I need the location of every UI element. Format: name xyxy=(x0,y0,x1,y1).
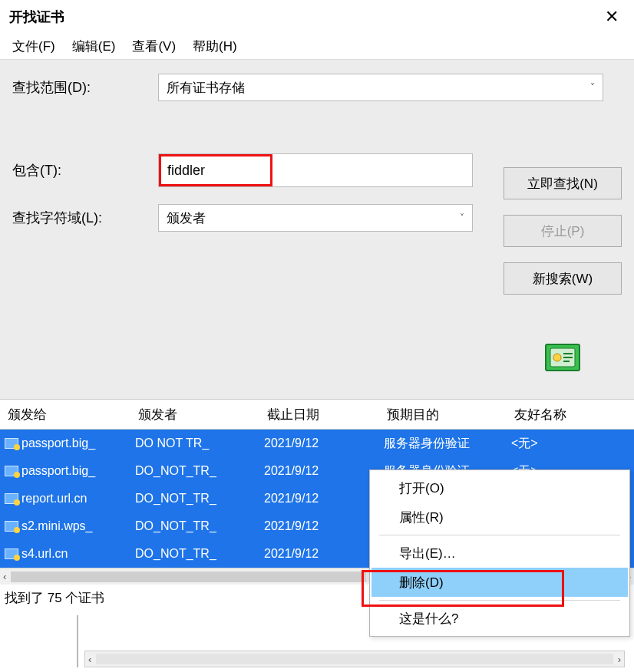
cert-row-icon xyxy=(5,548,18,559)
col-purpose[interactable]: 预期目的 xyxy=(379,406,507,423)
menu-edit[interactable]: 编辑(E) xyxy=(72,38,116,55)
field-combo[interactable]: 颁发者 ˅ xyxy=(158,204,473,232)
divider xyxy=(77,615,78,667)
ctx-whats-this[interactable]: 这是什么? xyxy=(371,604,628,633)
cell-issuer: DO_NOT_TR_ xyxy=(130,547,259,561)
cell-expire: 2021/9/12 xyxy=(259,492,379,506)
cell-expire: 2021/9/12 xyxy=(259,547,379,561)
contains-label: 包含(T): xyxy=(12,161,158,180)
cell-expire: 2021/9/12 xyxy=(259,464,379,478)
cell-issuer: DO NOT TR_ xyxy=(130,436,259,450)
ctx-separator xyxy=(379,535,620,535)
context-menu: 打开(O) 属性(R) 导出(E)… 删除(D) 这是什么? xyxy=(369,469,630,637)
close-button[interactable]: ✕ xyxy=(599,4,625,30)
cert-row-icon xyxy=(5,493,18,504)
certificate-icon xyxy=(545,344,580,371)
svg-point-1 xyxy=(553,354,561,361)
menu-help[interactable]: 帮助(H) xyxy=(193,38,237,55)
cell-issued-to: passport.big_ xyxy=(21,464,95,478)
chevron-down-icon: ˅ xyxy=(590,82,595,93)
cell-issuer: DO_NOT_TR_ xyxy=(130,464,259,478)
scroll-left-icon[interactable]: ‹ xyxy=(3,571,6,582)
window-title: 开找证书 xyxy=(9,8,64,26)
scroll-thumb[interactable] xyxy=(11,572,365,582)
chevron-down-icon: ˅ xyxy=(460,212,464,223)
stop-button[interactable]: 停止(P) xyxy=(504,215,622,247)
menu-view[interactable]: 查看(V) xyxy=(132,38,176,55)
col-issuer[interactable]: 颁发者 xyxy=(130,406,259,423)
ctx-open[interactable]: 打开(O) xyxy=(371,473,628,502)
scope-combo[interactable]: 所有证书存储 ˅ xyxy=(158,74,603,101)
cell-issued-to: report.url.cn xyxy=(21,492,87,506)
cell-issued-to: s4.url.cn xyxy=(21,547,68,561)
scroll-right-icon[interactable]: › xyxy=(618,654,621,665)
lower-hscrollbar[interactable]: ‹ › xyxy=(84,651,625,667)
cell-purpose: 服务器身份验证 xyxy=(379,436,507,452)
cell-issued-to: passport.big_ xyxy=(21,436,95,450)
ctx-export[interactable]: 导出(E)… xyxy=(371,539,628,568)
ctx-properties[interactable]: 属性(R) xyxy=(371,502,628,532)
cert-row-icon xyxy=(5,438,18,449)
table-row[interactable]: passport.big_DO NOT TR_2021/9/12服务器身份验证<… xyxy=(0,430,634,457)
cell-friendly: <无> xyxy=(507,436,619,452)
cell-expire: 2021/9/12 xyxy=(259,519,379,533)
col-issued-to[interactable]: 颁发给 xyxy=(0,406,130,423)
new-search-button[interactable]: 新搜索(W) xyxy=(504,262,622,295)
scope-value: 所有证书存储 xyxy=(167,79,245,97)
col-friendly[interactable]: 友好名称 xyxy=(507,406,619,423)
menu-file[interactable]: 文件(F) xyxy=(12,38,55,55)
ctx-separator xyxy=(379,600,620,601)
cell-expire: 2021/9/12 xyxy=(259,436,379,450)
scroll-track[interactable] xyxy=(96,654,613,664)
field-label: 查找字符域(L): xyxy=(12,209,158,227)
field-value: 颁发者 xyxy=(167,209,206,227)
menu-bar: 文件(F) 编辑(E) 查看(V) 帮助(H) xyxy=(0,34,634,60)
ctx-delete[interactable]: 删除(D) xyxy=(371,568,628,597)
search-form: 查找范围(D): 所有证书存储 ˅ 包含(T): fiddler 查找字符域(L… xyxy=(0,60,634,399)
cert-row-icon xyxy=(5,466,18,476)
scroll-left-icon[interactable]: ‹ xyxy=(88,654,91,665)
contains-value-highlight: fiddler xyxy=(159,154,272,186)
contains-input[interactable]: fiddler xyxy=(158,153,473,187)
cell-issued-to: s2.mini.wps_ xyxy=(21,519,92,533)
cell-issuer: DO_NOT_TR_ xyxy=(130,492,259,506)
find-now-button[interactable]: 立即查找(N) xyxy=(504,167,622,199)
col-expire[interactable]: 截止日期 xyxy=(259,406,379,423)
scope-label: 查找范围(D): xyxy=(12,78,158,97)
cell-issuer: DO_NOT_TR_ xyxy=(130,519,259,533)
cert-row-icon xyxy=(5,521,18,532)
